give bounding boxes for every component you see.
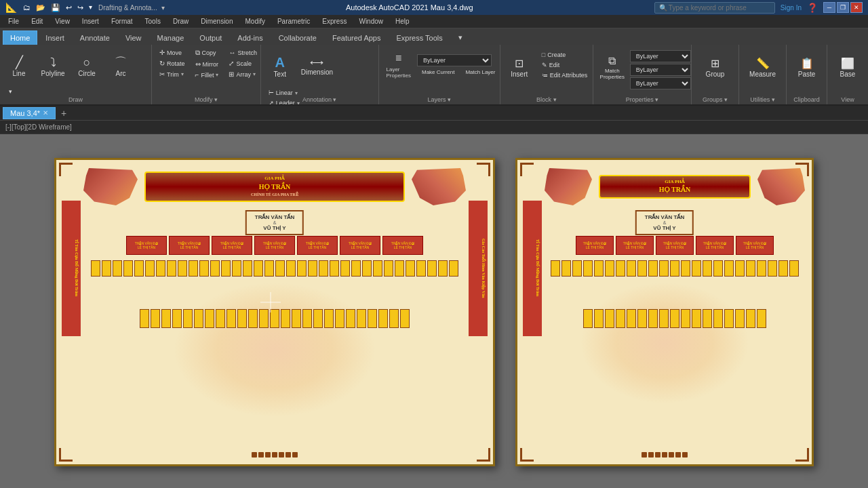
chart-1: Tỉ Tôn Cựu Đố Mừng Đơi Trăm Gia Cáo Tuổi… <box>54 158 495 466</box>
layer-combo[interactable]: ByLayer 0 <box>417 54 492 66</box>
menu-file[interactable]: File <box>3 16 24 26</box>
stretch-icon: ↔ <box>229 49 235 56</box>
menu-express[interactable]: Express <box>317 16 352 26</box>
help-icon[interactable]: ❓ <box>807 3 818 13</box>
doc-tab-add[interactable]: + <box>57 106 71 120</box>
menu-tools[interactable]: Tools <box>140 16 166 26</box>
doc-tab-close[interactable]: ✕ <box>43 109 48 117</box>
paste-button[interactable]: 📋 Paste <box>791 49 823 87</box>
menu-modify[interactable]: Modify <box>240 16 271 26</box>
tab-home[interactable]: Home <box>3 30 37 45</box>
qa-undo[interactable]: ↩ <box>64 3 74 12</box>
draw-dropdown-icon: ▾ <box>9 88 12 95</box>
tab-view[interactable]: View <box>118 30 149 45</box>
modify-stretch-button[interactable]: ↔ Stretch <box>224 47 262 58</box>
tab-output[interactable]: Output <box>192 30 229 45</box>
copy-label: Copy <box>202 49 216 56</box>
annotation-text-button[interactable]: A Text <box>264 47 296 85</box>
block-dropdown[interactable]: ▾ <box>553 96 557 103</box>
text-icon: A <box>275 56 285 69</box>
layers-dropdown[interactable]: ▾ <box>448 96 451 103</box>
arc-label: Arc <box>116 70 126 77</box>
draw-more-button[interactable]: ▾ <box>4 87 17 96</box>
annotation-dropdown[interactable]: ▾ <box>333 96 336 103</box>
global-search-input[interactable] <box>669 4 770 12</box>
measure-button[interactable]: 📏 Measure <box>746 49 779 87</box>
ribbon-group-utilities: 📏 Measure Utilities ▾ <box>739 45 787 104</box>
modify-fillet-button[interactable]: ⌐ Fillet ▾ <box>191 70 224 80</box>
canvas-area[interactable]: Y X Tỉ Tôn Cựu Đố Mừng Đơi Trăm Gia <box>0 134 868 488</box>
qa-save[interactable]: 💾 <box>49 3 62 12</box>
match-properties-button[interactable]: ⧉ MatchProperties <box>596 49 629 87</box>
restore-button[interactable]: ❐ <box>837 2 849 13</box>
view-base-button[interactable]: ⬜ Base <box>831 49 864 87</box>
tab-manage[interactable]: Manage <box>150 30 192 45</box>
menu-draw[interactable]: Draw <box>167 16 194 26</box>
edit-attr-label: Edit Attributes <box>550 72 588 79</box>
properties-dropdown[interactable]: ▾ <box>655 96 658 103</box>
modify-mirror-button[interactable]: ⇔ Mirror <box>191 59 224 69</box>
ribbon-group-draw: ╱ Line ⤵ Polyline ○ Circle ⌒ Arc ▾ Draw <box>0 45 152 104</box>
tab-express[interactable]: Express Tools <box>389 30 450 45</box>
color-combo[interactable]: ByLayer <box>630 50 691 62</box>
fillet-icon: ⌐ <box>195 71 199 79</box>
lineweight-combo[interactable]: ByLayer <box>630 77 691 89</box>
block-insert-button[interactable]: ⊡ Insert <box>503 49 536 87</box>
qa-new[interactable]: 🗂 <box>21 3 33 12</box>
qa-redo[interactable]: ↪ <box>75 3 85 12</box>
doc-tab-main[interactable]: Mau 3,4* ✕ <box>3 107 56 119</box>
modify-copy-button[interactable]: ⧉ Copy <box>191 47 224 58</box>
gen2-node <box>91 260 100 277</box>
modify-scale-button[interactable]: ⤢ Scale <box>224 58 262 68</box>
close-button[interactable]: ✕ <box>850 2 863 13</box>
annotation-dimension-button[interactable]: ⟷ Dimension <box>298 47 336 85</box>
tab-insert[interactable]: Insert <box>38 30 72 45</box>
linetype-combo[interactable]: ByLayer <box>630 64 691 76</box>
menu-edit[interactable]: Edit <box>26 16 48 26</box>
tab-addins[interactable]: Add-ins <box>230 30 270 45</box>
modify-dropdown[interactable]: ▾ <box>214 96 218 103</box>
utilities-dropdown[interactable]: ▾ <box>772 96 775 103</box>
menu-help[interactable]: Help <box>390 16 415 26</box>
polyline-icon: ⤵ <box>50 56 56 68</box>
draw-arc-button[interactable]: ⌒ Arc <box>104 47 137 85</box>
block-edit-button[interactable]: ✎ Edit <box>537 60 593 70</box>
menu-dimension[interactable]: Dimension <box>195 16 238 26</box>
draw-circle-button[interactable]: ○ Circle <box>71 47 103 85</box>
block-create-button[interactable]: □ Create <box>537 50 593 60</box>
modify-rotate-button[interactable]: ↻ Rotate <box>155 58 190 68</box>
menu-parametric[interactable]: Parametric <box>272 16 315 26</box>
modify-array-button[interactable]: ⊞ Array ▾ <box>224 69 262 79</box>
layer-properties-button[interactable]: ≡ LayerProperties <box>382 49 416 82</box>
qa-open[interactable]: 📂 <box>34 3 47 12</box>
tab-annotate[interactable]: Annotate <box>73 30 117 45</box>
match-layer-button[interactable]: Match Layer <box>460 68 500 77</box>
modify-trim-button[interactable]: ✂ Trim ▾ <box>155 69 190 79</box>
tab-featured[interactable]: Featured Apps <box>325 30 389 45</box>
chart2-left-banner: Tỉ Tôn Cựu Đố Mừng Đơi Trăm <box>523 201 542 336</box>
draw-polyline-button[interactable]: ⤵ Polyline <box>37 47 69 85</box>
menu-format[interactable]: Format <box>106 16 138 26</box>
group-button[interactable]: ⊞ Group <box>699 49 732 87</box>
ribbon-group-groups: ⊞ Group Groups ▾ <box>692 45 739 104</box>
sign-in-button[interactable]: Sign In <box>781 4 802 12</box>
fillet-label: Fillet <box>201 72 214 79</box>
qa-dropdown[interactable]: ▾ <box>87 3 94 12</box>
menu-view[interactable]: View <box>50 16 75 26</box>
make-current-button[interactable]: Make Current <box>417 68 459 77</box>
mirror-label: Mirror <box>203 61 219 68</box>
menu-insert[interactable]: Insert <box>77 16 104 26</box>
groups-dropdown[interactable]: ▾ <box>724 96 728 103</box>
modify-move-button[interactable]: ✛ Move <box>155 47 190 58</box>
tab-more[interactable]: ▾ <box>451 30 470 45</box>
draw-line-button[interactable]: ╱ Line <box>3 47 35 85</box>
group-icon: ⊞ <box>711 58 719 69</box>
block-edit-attr-button[interactable]: ≔ Edit Attributes <box>537 70 593 80</box>
minimize-button[interactable]: ─ <box>823 2 835 13</box>
tab-collaborate[interactable]: Collaborate <box>271 30 324 45</box>
circle-icon: ○ <box>83 56 91 68</box>
arc-icon: ⌒ <box>115 56 127 68</box>
ribbon-group-layers: ≡ LayerProperties ByLayer 0 Make Current… <box>379 45 500 104</box>
view-group-label: View <box>827 96 868 103</box>
menu-window[interactable]: Window <box>353 16 389 26</box>
